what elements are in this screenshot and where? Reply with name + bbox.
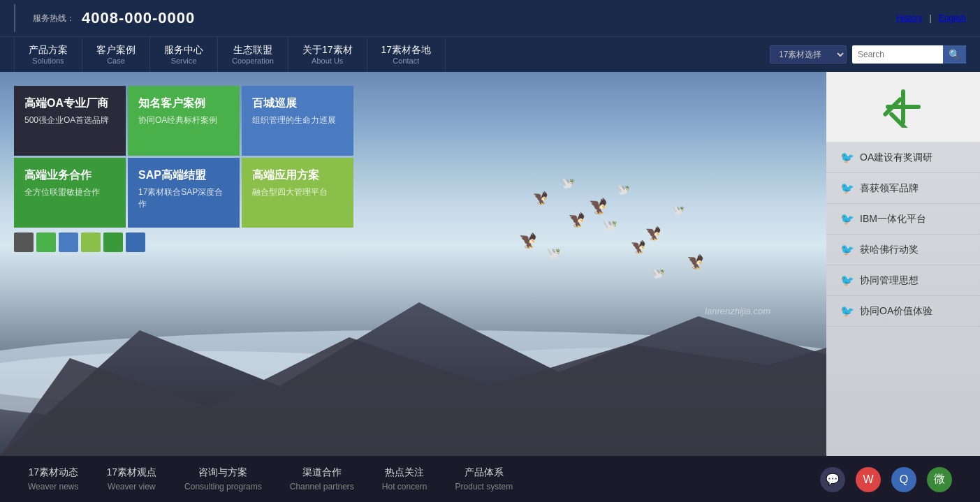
nav-cn-contact: 17素材各地 (381, 44, 432, 57)
color-dot-green[interactable] (36, 232, 56, 252)
bird-icon-brand: 🐦 (840, 182, 854, 195)
nav-cn-about: 关于17素材 (302, 44, 353, 57)
footer-col-channel: 渠道合作 Channel partners (290, 466, 354, 492)
panel-business-coop-title: 高端业务合作 (24, 168, 115, 183)
nav-en-case: Case (96, 57, 136, 65)
footer-col-view-en: Weaver view (106, 482, 156, 492)
bird-icon-value: 🐦 (840, 304, 854, 318)
social-icon-wechat[interactable]: 微 (927, 467, 952, 492)
panel-business-coop[interactable]: 高端业务合作 全方位联盟敏捷合作 (14, 158, 126, 228)
color-dot-dark-blue[interactable] (126, 232, 145, 252)
sidebar-link-harvard[interactable]: 🐦 获哈佛行动奖 (826, 235, 980, 265)
footer-top-row: 17素材动态 Weaver news 17素材观点 Weaver view 咨询… (0, 456, 980, 502)
search-area: 17素材选择 🔍 (770, 45, 966, 64)
footer-col-news: 17素材动态 Weaver news (28, 466, 78, 492)
panel-sap-alliance[interactable]: SAP高端结盟 17素材联合SAP深度合作 (128, 158, 240, 228)
panel-sap-alliance-subtitle: 17素材联合SAP深度合作 (138, 186, 229, 210)
search-box: 🔍 (852, 45, 966, 64)
panel-famous-case-subtitle: 协同OA经典标杆案例 (138, 115, 229, 126)
search-input[interactable] (852, 47, 943, 62)
english-link[interactable]: English (939, 13, 966, 23)
nav-en-cooperation: Cooperation (232, 57, 274, 65)
footer-col-product: 产品体系 Product system (455, 466, 513, 492)
bird-icon-survey: 🐦 (840, 151, 854, 164)
footer-links-row: 17素材动态 Weaver news 17素材观点 Weaver view 咨询… (28, 456, 820, 502)
panel-solutions[interactable]: 高端应用方案 融合型四大管理平台 (242, 158, 353, 228)
footer-col-consulting: 咨询与方案 Consulting programs (184, 466, 262, 492)
birds-decoration: 🦅 🕊️ 🦅 🕊️ 🦅 🕊️ 🦅 🕊️ 🦅 🕊️ 🦅 🦅 🕊️ (407, 177, 756, 351)
hero-background: 🦅 🕊️ 🦅 🕊️ 🦅 🕊️ 🦅 🕊️ 🦅 🕊️ 🦅 🦅 🕊️ lanrenzh… (0, 72, 826, 456)
phone-number: 4008-000-0000 (82, 9, 195, 27)
sidebar-links: 🐦 OA建设有奖调研 🐦 喜获领军品牌 🐦 IBM一体化平台 🐦 获哈佛行动奖 … (826, 142, 980, 456)
footer-col-news-en: Weaver news (28, 482, 78, 492)
panel-city-tour-title: 百城巡展 (252, 96, 343, 111)
color-dot-gray[interactable] (14, 232, 34, 252)
color-dot-dark-green[interactable] (103, 232, 123, 252)
nav-item-service[interactable]: 服务中心 Service (150, 37, 218, 72)
nav-en-contact: Contact (381, 57, 432, 65)
sidebar-link-ibm[interactable]: 🐦 IBM一体化平台 (826, 204, 980, 235)
panel-oa-vendor-title: 高端OA专业厂商 (24, 96, 115, 111)
bird-icon-management: 🐦 (840, 274, 854, 287)
watermark: lanrenzhijia.com (705, 306, 770, 316)
footer-col-product-en: Product system (455, 482, 513, 492)
sidebar-label-ibm: IBM一体化平台 (860, 213, 926, 226)
footer-col-consulting-cn: 咨询与方案 (184, 466, 262, 479)
location-select[interactable]: 17素材选择 (770, 45, 847, 64)
content-panels: 高端OA专业厂商 500强企业OA首选品牌 知名客户案例 协同OA经典标杆案例 … (14, 86, 353, 228)
panel-solutions-title: 高端应用方案 (252, 168, 343, 183)
nav-item-cooperation[interactable]: 生态联盟 Cooperation (218, 37, 288, 72)
panel-oa-vendor[interactable]: 高端OA专业厂商 500强企业OA首选品牌 (14, 86, 126, 156)
social-icon-chat[interactable]: 💬 (820, 467, 845, 492)
nav-item-case[interactable]: 客户案例 Case (82, 37, 150, 72)
footer-col-channel-en: Channel partners (290, 482, 354, 492)
nav-cn-case: 客户案例 (96, 44, 136, 57)
search-button[interactable]: 🔍 (943, 45, 966, 64)
header-nav: 产品方案 Solutions 客户案例 Case 服务中心 Service 生态… (0, 36, 980, 72)
sidebar-link-management[interactable]: 🐦 协同管理思想 (826, 265, 980, 296)
panel-famous-case[interactable]: 知名客户案例 协同OA经典标杆案例 (128, 86, 240, 156)
header-top: 服务热线： 4008-000-0000 History | English (0, 0, 980, 36)
right-sidebar: 🐦 OA建设有奖调研 🐦 喜获领军品牌 🐦 IBM一体化平台 🐦 获哈佛行动奖 … (826, 72, 980, 456)
panel-famous-case-title: 知名客户案例 (138, 96, 229, 111)
sidebar-label-brand: 喜获领军品牌 (860, 182, 919, 195)
color-dot-group (14, 232, 154, 252)
sidebar-label-survey: OA建设有奖调研 (860, 152, 933, 164)
logo-area (826, 72, 980, 142)
sidebar-link-value[interactable]: 🐦 协同OA价值体验 (826, 296, 980, 327)
main-wrapper: 🦅 🕊️ 🦅 🕊️ 🦅 🕊️ 🦅 🕊️ 🦅 🕊️ 🦅 🦅 🕊️ lanrenzh… (0, 72, 980, 456)
panel-sap-alliance-title: SAP高端结盟 (138, 168, 229, 183)
nav-item-about[interactable]: 关于17素材 About Us (288, 37, 367, 72)
svg-rect-8 (888, 111, 909, 128)
footer-col-view: 17素材观点 Weaver view (106, 466, 156, 492)
company-logo (882, 86, 924, 128)
nav-en-solutions: Solutions (29, 57, 68, 65)
footer-col-consulting-en: Consulting programs (184, 482, 262, 492)
footer-col-view-cn: 17素材观点 (106, 466, 156, 479)
footer-social: 💬 W Q 微 (820, 467, 952, 492)
sidebar-link-survey[interactable]: 🐦 OA建设有奖调研 (826, 142, 980, 173)
sidebar-link-brand[interactable]: 🐦 喜获领军品牌 (826, 173, 980, 204)
nav-en-about: About Us (302, 57, 353, 65)
footer-col-news-cn: 17素材动态 (28, 466, 78, 479)
footer: 17素材动态 Weaver news 17素材观点 Weaver view 咨询… (0, 456, 980, 502)
header-separator (14, 4, 15, 32)
panel-city-tour[interactable]: 百城巡展 组织管理的生命力巡展 (242, 86, 353, 156)
sidebar-label-management: 协同管理思想 (860, 274, 919, 287)
nav-item-contact[interactable]: 17素材各地 Contact (367, 37, 446, 72)
footer-col-hot: 热点关注 Hot concern (382, 466, 427, 492)
nav-en-service: Service (164, 57, 203, 65)
main-nav: 产品方案 Solutions 客户案例 Case 服务中心 Service 生态… (14, 37, 756, 72)
nav-item-solutions[interactable]: 产品方案 Solutions (14, 37, 82, 72)
panel-city-tour-subtitle: 组织管理的生命力巡展 (252, 115, 343, 126)
social-icon-weibo[interactable]: W (856, 467, 881, 492)
color-dot-lime[interactable] (81, 232, 101, 252)
history-link[interactable]: History (896, 13, 922, 23)
social-icon-qq[interactable]: Q (891, 467, 916, 492)
panel-oa-vendor-subtitle: 500强企业OA首选品牌 (24, 115, 115, 126)
color-dot-blue[interactable] (59, 232, 78, 252)
footer-col-product-cn: 产品体系 (455, 466, 513, 479)
nav-cn-service: 服务中心 (164, 44, 203, 57)
header-top-right: History | English (896, 13, 966, 23)
phone-label: 服务热线： (33, 13, 75, 24)
